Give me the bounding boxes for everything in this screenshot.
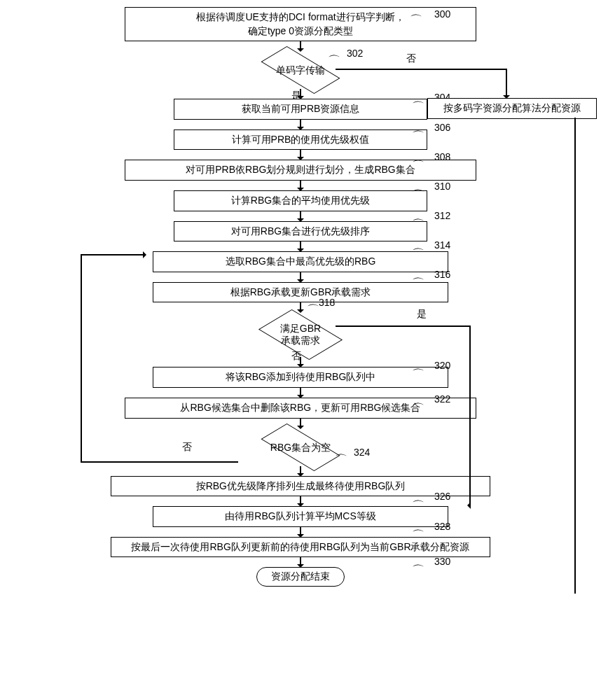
brace-icon: ⌒ bbox=[307, 304, 319, 316]
step-300: 根据待调度UE支持的DCI format进行码字判断， 确定type 0资源分配… bbox=[125, 7, 476, 41]
line-318-h-326 bbox=[468, 505, 471, 506]
label-yes: 是 bbox=[417, 308, 427, 321]
step-316: 根据RBG承载更新GBR承载需求 bbox=[153, 282, 448, 303]
brace-icon: ⌒ bbox=[412, 189, 424, 202]
line-302-right bbox=[336, 69, 507, 70]
step-326: 按RBG优先级降序排列生成最终待使用RBG队列 bbox=[111, 476, 490, 497]
step-328: 由待用RBG队列计算平均MCS等级 bbox=[153, 506, 448, 527]
line-318-right bbox=[336, 326, 471, 327]
brace-icon: ⌒ bbox=[412, 248, 424, 260]
step-314: 选取RBG集合中最高优先级的RBG bbox=[153, 251, 448, 272]
brace-icon: ⌒ bbox=[412, 368, 424, 381]
step-310: 计算RBG集合的平均使用优先级 bbox=[174, 190, 427, 211]
ref-324: 324 bbox=[354, 447, 370, 458]
step-320: 将该RBG添加到待使用RBG队列中 bbox=[153, 367, 448, 388]
ref-322: 322 bbox=[434, 393, 450, 405]
brace-icon: ⌒ bbox=[412, 160, 424, 172]
step-330: 按最后一次待使用RBG队列更新前的待使用RBG队列为当前GBR承载分配资源 bbox=[111, 537, 490, 558]
brace-icon: ⌒ bbox=[410, 14, 422, 27]
brace-icon: ⌒ bbox=[412, 130, 424, 143]
ref-328: 328 bbox=[434, 521, 450, 532]
ref-306: 306 bbox=[434, 122, 450, 133]
step-312: 对可用RBG集合进行优先级排序 bbox=[174, 221, 427, 242]
label-no: 否 bbox=[406, 52, 416, 65]
ref-302: 302 bbox=[347, 48, 363, 59]
ref-300: 300 bbox=[434, 8, 450, 20]
ref-318: 318 bbox=[319, 297, 335, 308]
ref-330: 330 bbox=[434, 556, 450, 567]
ref-316: 316 bbox=[434, 269, 450, 280]
step-multi: 按多码字资源分配算法分配资源 bbox=[427, 98, 597, 119]
line-multi-down bbox=[574, 118, 576, 594]
decision-302-text: 单码字传输 bbox=[276, 64, 325, 76]
line-324-left bbox=[81, 461, 238, 463]
ref-308: 308 bbox=[434, 151, 450, 162]
line-318-down bbox=[469, 326, 471, 506]
label-no: 否 bbox=[182, 441, 192, 454]
brace-icon: ⌒ bbox=[335, 454, 347, 466]
ref-326: 326 bbox=[434, 491, 450, 502]
line-324-to-314 bbox=[81, 254, 146, 255]
step-304: 获取当前可用PRB资源信息 bbox=[174, 99, 427, 120]
brace-icon: ⌒ bbox=[412, 277, 424, 290]
ref-320: 320 bbox=[434, 360, 450, 371]
brace-icon: ⌒ bbox=[412, 402, 424, 415]
brace-icon: ⌒ bbox=[328, 55, 340, 67]
decision-324-text: RBG集合为空 bbox=[270, 441, 331, 453]
flowchart: 根据待调度UE支持的DCI format进行码字判断， 确定type 0资源分配… bbox=[14, 7, 587, 587]
line-324-up bbox=[81, 254, 82, 463]
brace-icon: ⌒ bbox=[412, 218, 424, 231]
ref-310: 310 bbox=[434, 181, 450, 192]
brace-icon: ⌒ bbox=[412, 564, 424, 577]
decision-318-text: 满足GBR 承载需求 bbox=[280, 323, 321, 347]
line-302-down bbox=[506, 69, 507, 98]
ref-314: 314 bbox=[434, 239, 450, 251]
step-306: 计算可用PRB的使用优先级权值 bbox=[174, 130, 427, 150]
brace-icon: ⌒ bbox=[412, 101, 424, 113]
ref-312: 312 bbox=[434, 210, 450, 221]
terminator-end: 资源分配结束 bbox=[256, 567, 345, 587]
